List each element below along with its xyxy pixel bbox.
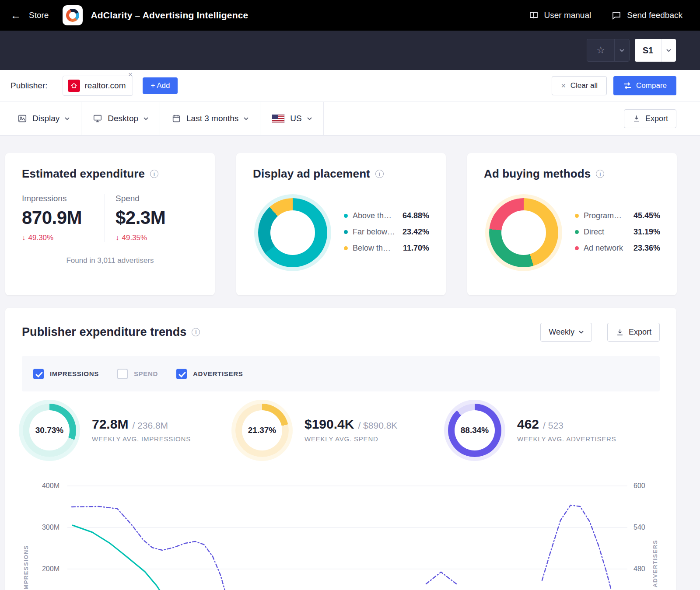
stat-total: / $890.8K: [358, 420, 397, 431]
export-label: Export: [645, 114, 668, 123]
report-header-bar: ☆ S1: [0, 31, 700, 70]
impressions-line: [73, 525, 164, 590]
spend-label: Spend: [116, 194, 198, 203]
spend-progress-donut: 21.37%: [235, 404, 289, 457]
stat-label: WEEKLY AVG. SPEND: [304, 435, 397, 443]
legend-dot: [575, 230, 579, 234]
clear-all-label: Clear all: [570, 81, 598, 90]
rating-dropdown[interactable]: ☆: [587, 39, 630, 62]
spend-change: 49.35%: [122, 234, 147, 242]
donut-percentage: 30.73%: [35, 426, 63, 435]
user-manual-label: User manual: [544, 10, 592, 20]
granularity-dropdown[interactable]: Weekly: [540, 323, 592, 342]
publisher-label: Publisher:: [10, 81, 48, 91]
trends-line-chart: 400M 300M 200M 600 540 480 IMPRESSIONS A…: [22, 477, 660, 590]
stat-label: WEEKLY AVG. IMPRESSIONS: [92, 435, 191, 443]
trends-export-label: Export: [629, 328, 651, 337]
impressions-checkbox[interactable]: [33, 369, 44, 379]
impressions-change: 49.30%: [28, 234, 54, 242]
legend-label: Ad network: [584, 244, 629, 253]
axis-tick: 480: [634, 565, 645, 573]
legend-dot: [575, 246, 579, 250]
estimated-expenditure-card: Estimated expenditure i Impressions 870.…: [5, 153, 215, 295]
legend-dot: [344, 246, 348, 250]
publisher-chip[interactable]: realtor.com ✕: [63, 76, 133, 96]
chevron-down-icon: [144, 117, 148, 120]
trends-title: Publisher expenditure trends: [22, 325, 186, 339]
toggle-label: SPEND: [134, 370, 158, 377]
download-icon: [616, 328, 624, 337]
compare-button[interactable]: Compare: [613, 76, 676, 95]
stat-label: WEEKLY AVG. ADVERTISERS: [517, 435, 616, 443]
legend-dot: [575, 214, 579, 218]
chevron-down-icon: [579, 331, 584, 334]
legend-label: Far below…: [353, 227, 398, 237]
advertisers-line-segment: [72, 506, 226, 590]
info-icon[interactable]: i: [375, 170, 384, 178]
info-icon[interactable]: i: [150, 170, 158, 178]
ad-buying-methods-card: Ad buying methods i Program… 45.45% Dire…: [467, 153, 677, 295]
axis-tick: 600: [634, 482, 645, 490]
chart-plot-area: [64, 477, 629, 590]
date-range-filter[interactable]: Last 3 months: [160, 102, 260, 135]
channel-filter-label: Display: [32, 114, 60, 123]
trends-export-button[interactable]: Export: [607, 323, 660, 342]
legend-value: 23.36%: [634, 244, 660, 253]
channel-filter[interactable]: Display: [0, 102, 81, 135]
legend-value: 23.42%: [402, 227, 429, 237]
info-icon[interactable]: i: [596, 170, 604, 178]
realtor-logo-icon: [68, 80, 80, 92]
axis-tick: 540: [634, 524, 645, 531]
store-link[interactable]: Store: [29, 10, 49, 20]
stat-value: 462: [517, 417, 539, 432]
legend-item: Below th… 11.70%: [344, 244, 429, 253]
chevron-down-icon: [661, 39, 676, 62]
feedback-icon: [611, 10, 622, 21]
legend-value: 11.70%: [403, 244, 429, 253]
legend-value: 31.19%: [634, 227, 660, 237]
country-filter-label: US: [290, 114, 301, 123]
clear-all-button[interactable]: ✕ Clear all: [552, 76, 607, 95]
legend-label: Program…: [584, 211, 629, 220]
add-publisher-button[interactable]: + Add: [143, 77, 178, 94]
advertisers-checkbox[interactable]: [176, 369, 187, 379]
buying-methods-donut-chart: [489, 198, 558, 267]
toggle-label: IMPRESSIONS: [50, 370, 99, 377]
toggle-impressions[interactable]: IMPRESSIONS: [33, 369, 99, 379]
app-title: AdClarity – Advertising Intelligence: [91, 10, 248, 21]
axis-tick: 300M: [22, 524, 60, 531]
toggle-advertisers[interactable]: ADVERTISERS: [176, 369, 243, 379]
stat-impressions: 30.73% 72.8M / 236.8M WEEKLY AVG. IMPRES…: [22, 402, 234, 457]
stat-advertisers: 88.34% 462 / 523 WEEKLY AVG. ADVERTISERS: [447, 402, 660, 457]
card-title: Estimated expenditure: [22, 167, 145, 181]
stat-total: / 236.8M: [132, 420, 168, 431]
display-ads-icon: [18, 114, 27, 123]
close-icon: ✕: [561, 82, 566, 89]
device-filter-label: Desktop: [108, 114, 138, 123]
legend-item: Program… 45.45%: [575, 211, 660, 220]
remove-publisher-icon[interactable]: ✕: [128, 71, 133, 78]
country-filter[interactable]: US: [260, 102, 323, 135]
publisher-chip-label: realtor.com: [85, 81, 126, 91]
profile-dropdown[interactable]: S1: [635, 39, 676, 62]
profile-label: S1: [635, 45, 661, 56]
user-manual-link[interactable]: User manual: [528, 10, 592, 21]
placement-legend: Above th… 64.88% Far below… 23.42% Below…: [344, 211, 429, 253]
export-button[interactable]: Export: [624, 109, 676, 128]
send-feedback-link[interactable]: Send feedback: [611, 10, 682, 21]
donut-percentage: 88.34%: [461, 426, 489, 435]
top-bar: ← Store AdClarity – Advertising Intellig…: [0, 0, 700, 31]
stat-value: $190.4K: [304, 417, 354, 432]
back-arrow-icon[interactable]: ←: [10, 9, 21, 21]
chevron-down-icon: [307, 117, 312, 120]
toggle-spend[interactable]: SPEND: [117, 369, 158, 379]
impressions-label: Impressions: [22, 194, 105, 203]
legend-item: Ad network 23.36%: [575, 244, 660, 253]
spend-checkbox[interactable]: [117, 369, 128, 379]
spend-value: $2.3M: [116, 207, 198, 228]
download-icon: [632, 114, 641, 123]
granularity-label: Weekly: [549, 328, 574, 337]
device-filter[interactable]: Desktop: [81, 102, 160, 135]
info-icon[interactable]: i: [192, 328, 200, 336]
donut-percentage: 21.37%: [248, 426, 276, 435]
